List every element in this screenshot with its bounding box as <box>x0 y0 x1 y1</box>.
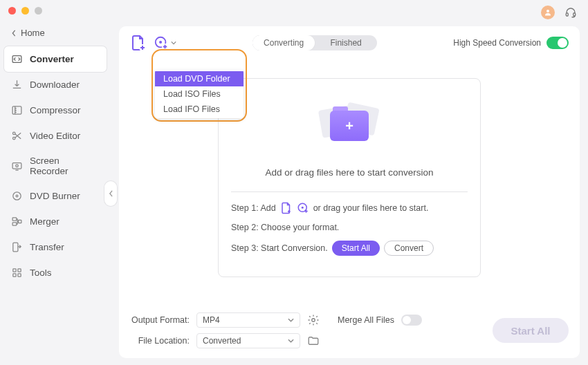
sidebar-item-label: Video Editor <box>30 131 80 141</box>
divider <box>231 191 468 192</box>
start-all-mini-button[interactable]: Start All <box>332 241 380 256</box>
file-location-select[interactable]: Converted <box>196 333 300 348</box>
back-home-label: Home <box>21 28 45 38</box>
svg-rect-12 <box>12 223 17 225</box>
svg-point-25 <box>312 319 315 322</box>
disc-plus-icon <box>297 202 309 214</box>
step-3: Step 3: Start Conversion. Start All Conv… <box>231 241 468 256</box>
account-avatar[interactable] <box>541 6 555 19</box>
sidebar-item-tools[interactable]: Tools <box>4 260 107 286</box>
sidebar-item-transfer[interactable]: Transfer <box>4 234 107 260</box>
dropdown-item-load-iso[interactable]: Load ISO Files <box>155 86 244 102</box>
sidebar-item-label: Compressor <box>30 105 81 115</box>
step-2: Step 2: Choose your format. <box>231 223 468 232</box>
svg-rect-1 <box>566 13 568 17</box>
chevron-left-icon <box>109 190 113 197</box>
sidebar-item-label: Merger <box>30 216 59 227</box>
svg-rect-7 <box>12 162 21 169</box>
sidebar-item-merger[interactable]: Merger <box>4 209 107 234</box>
format-settings-button[interactable] <box>307 314 320 326</box>
sidebar-item-label: Converter <box>30 54 74 64</box>
support-icon[interactable] <box>564 6 577 19</box>
scissors-icon <box>11 130 23 142</box>
svg-rect-18 <box>18 274 21 277</box>
sidebar-item-label: Transfer <box>30 242 64 252</box>
converter-icon <box>11 53 23 65</box>
chevron-down-icon <box>288 339 294 343</box>
svg-rect-11 <box>12 218 17 221</box>
svg-point-24 <box>301 207 303 209</box>
tools-icon <box>11 267 23 279</box>
chevron-down-icon <box>171 41 176 45</box>
file-plus-icon <box>130 35 147 51</box>
sidebar-item-video-editor[interactable]: Video Editor <box>4 123 107 149</box>
dropzone-card[interactable]: + Add or drag files here to start conver… <box>218 78 481 277</box>
sidebar-item-label: DVD Burner <box>30 191 80 201</box>
back-home-button[interactable]: Home <box>4 24 107 42</box>
sidebar-item-label: Downloader <box>30 79 80 90</box>
tab-finished[interactable]: Finished <box>315 35 377 50</box>
bottom-bar: Output Format: MP4 Merge All Files <box>130 304 569 348</box>
sidebar-item-downloader[interactable]: Downloader <box>4 72 107 97</box>
step-1: Step 1: Add or drag your files here to s… <box>231 202 468 214</box>
status-tabs: Converting Finished <box>252 35 377 50</box>
fullscreen-window-button[interactable] <box>35 7 42 15</box>
high-speed-toggle[interactable] <box>546 37 569 49</box>
start-all-button[interactable]: Start All <box>493 318 569 343</box>
merge-toggle[interactable] <box>401 315 422 326</box>
svg-rect-4 <box>12 106 21 114</box>
svg-point-21 <box>159 41 162 44</box>
minimize-window-button[interactable] <box>21 7 29 15</box>
svg-point-9 <box>13 192 21 200</box>
folder-plus-icon: + <box>330 111 369 141</box>
sidebar-item-compressor[interactable]: Compressor <box>4 97 107 123</box>
load-disc-dropdown-highlight: Load DVD Folder Load ISO Files Load IFO … <box>151 49 247 122</box>
svg-point-10 <box>16 195 18 197</box>
convert-mini-button[interactable]: Convert <box>384 241 434 256</box>
dropdown-item-load-dvd-folder[interactable]: Load DVD Folder <box>155 71 244 86</box>
file-location-label: File Location: <box>130 336 190 346</box>
open-folder-button[interactable] <box>307 335 320 347</box>
add-file-button[interactable] <box>130 35 147 51</box>
svg-rect-15 <box>13 269 16 272</box>
transfer-icon <box>11 241 23 253</box>
svg-point-0 <box>546 10 549 12</box>
dropzone-illustration: + <box>231 91 468 160</box>
svg-rect-13 <box>19 220 21 223</box>
load-disc-dropdown: Load DVD Folder Load ISO Files Load IFO … <box>155 70 244 118</box>
tab-converting[interactable]: Converting <box>252 35 315 50</box>
chevron-down-icon <box>288 318 294 322</box>
high-speed-label: High Speed Conversion <box>453 38 541 48</box>
sidebar-item-label: Tools <box>30 268 52 278</box>
screen-recorder-icon <box>11 160 23 172</box>
sidebar-item-label: Screen Recorder <box>30 156 100 176</box>
collapse-sidebar-button[interactable] <box>104 181 117 206</box>
sidebar-item-dvd-burner[interactable]: DVD Burner <box>4 183 107 209</box>
output-format-select[interactable]: MP4 <box>196 312 300 328</box>
sidebar: Home Converter Downloader Compressor Vid… <box>0 21 111 365</box>
disc-icon <box>11 190 23 202</box>
merger-icon <box>11 216 23 227</box>
output-format-label: Output Format: <box>130 315 190 325</box>
svg-rect-17 <box>13 274 16 277</box>
download-icon <box>11 79 23 91</box>
sidebar-item-converter[interactable]: Converter <box>4 46 107 72</box>
merge-label: Merge All Files <box>338 315 394 325</box>
dropdown-item-load-ifo[interactable]: Load IFO Files <box>155 102 244 117</box>
file-plus-icon <box>280 202 293 214</box>
disc-plus-icon <box>154 35 169 50</box>
converter-panel: Converting Finished High Speed Conversio… <box>119 26 580 358</box>
dropzone-caption: Add or drag files here to start conversi… <box>231 167 468 178</box>
sidebar-item-screen-recorder[interactable]: Screen Recorder <box>4 149 107 183</box>
compressor-icon <box>11 104 23 116</box>
svg-rect-14 <box>13 243 18 252</box>
main-area: Converting Finished High Speed Conversio… <box>111 21 588 365</box>
close-window-button[interactable] <box>8 7 16 15</box>
svg-point-8 <box>16 165 19 167</box>
window-controls <box>8 7 42 15</box>
chevron-left-icon <box>11 30 17 37</box>
svg-rect-16 <box>18 269 21 272</box>
load-disc-button[interactable] <box>154 35 176 50</box>
